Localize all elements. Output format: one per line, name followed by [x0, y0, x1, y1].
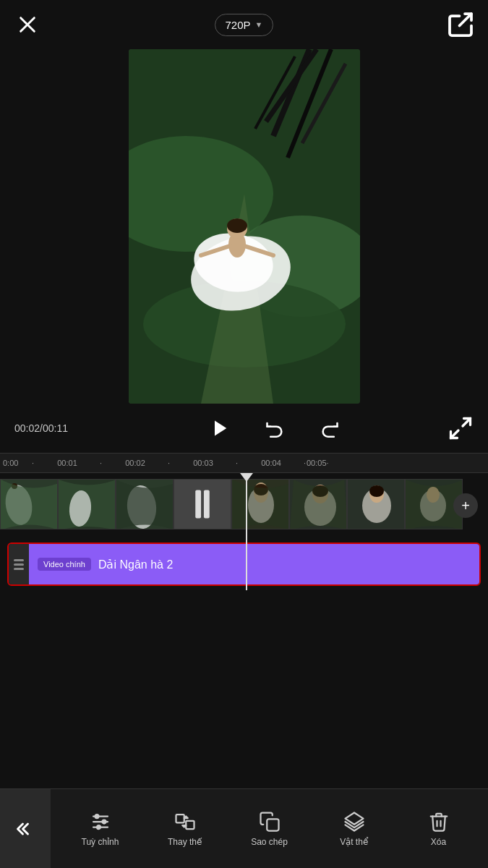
svg-point-52 [102, 820, 106, 823]
ruler-mark-5: 00:05 [307, 459, 327, 467]
ruler-mark-2: 00:02 [103, 459, 168, 467]
ruler-mark-3: 00:03 [171, 459, 236, 467]
clip-tag: Video chính [38, 558, 91, 571]
playhead-line [246, 473, 247, 538]
replace-icon [174, 811, 196, 833]
total-time: 00:11 [43, 422, 68, 434]
clip-title: Dải Ngân hà 2 [98, 558, 173, 571]
svg-rect-32 [204, 490, 210, 519]
ruler-mark-0: 0:00 [3, 459, 32, 467]
timeline-ruler: 0:00 · 00:01 · 00:02 · 00:03 · 00:04 · 0… [0, 453, 488, 473]
toolbar-back-button[interactable] [0, 789, 51, 868]
redo-button[interactable] [315, 414, 344, 443]
svg-point-44 [369, 485, 384, 497]
svg-marker-19 [215, 421, 226, 436]
thay-the-label: Thay thế [168, 837, 202, 847]
resolution-arrow-icon: ▼ [255, 20, 263, 29]
playback-controls: 00:02/00:11 [0, 404, 488, 453]
ruler-mark-1: 00:01 [35, 459, 100, 467]
svg-line-2 [460, 14, 472, 26]
handle-bar-2 [14, 563, 24, 566]
fullscreen-button[interactable] [448, 415, 474, 441]
sliders-icon [90, 811, 111, 833]
video-strip[interactable]: + [0, 473, 488, 538]
toolbar-item-sao-chep[interactable]: Sao chép [248, 811, 291, 847]
svg-point-53 [97, 825, 100, 829]
svg-rect-30 [174, 480, 231, 529]
clip-playhead [246, 538, 247, 590]
tuy-chinh-label: Tuỳ chỉnh [82, 837, 119, 847]
toolbar-item-vat-the[interactable]: Vật thể [333, 811, 376, 847]
copy-icon [259, 811, 281, 833]
thumbnail-6 [289, 479, 347, 529]
export-button[interactable] [448, 12, 474, 38]
ruler-dot-6: · [327, 459, 330, 467]
play-button[interactable] [205, 414, 234, 443]
thumbnail-4 [174, 479, 231, 529]
video-preview [129, 49, 360, 404]
thumbnail-7 [347, 479, 405, 529]
svg-rect-54 [176, 814, 184, 822]
undo-button[interactable] [260, 414, 289, 443]
ruler-labels: 0:00 · 00:01 · 00:02 · 00:03 · 00:04 · 0… [0, 459, 488, 467]
svg-rect-55 [186, 820, 194, 828]
bottom-toolbar: Tuỳ chỉnh Thay thế Sao chép [0, 788, 488, 868]
close-button[interactable] [14, 12, 40, 38]
resolution-label: 720P [226, 19, 251, 31]
empty-space [0, 590, 488, 677]
playhead-arrow [240, 473, 253, 482]
vat-the-label: Vật thể [340, 837, 368, 847]
toolbar-item-xoa[interactable]: Xóa [417, 811, 461, 847]
svg-rect-31 [195, 490, 201, 519]
svg-point-16 [227, 218, 247, 233]
video-thumbnails [0, 479, 488, 529]
toolbar-item-tuy-chinh[interactable]: Tuỳ chỉnh [79, 811, 122, 847]
add-clip-button[interactable]: + [453, 493, 478, 518]
clip-handle-left[interactable] [9, 544, 29, 584]
svg-rect-56 [267, 819, 278, 830]
preview-frame [129, 49, 360, 404]
sao-chep-label: Sao chép [251, 837, 288, 847]
clip-body[interactable]: Video chính Dải Ngân hà 2 [29, 544, 479, 584]
clip-track[interactable]: Video chính Dải Ngân hà 2 [0, 538, 488, 590]
thumbnail-1 [0, 479, 58, 529]
top-bar: 720P ▼ [0, 0, 488, 49]
ruler-mark-4: 00:04 [239, 459, 304, 467]
thumbnail-3 [116, 479, 174, 529]
handle-bar-3 [14, 568, 24, 570]
thumbnail-2 [58, 479, 116, 529]
time-display: 00:02/00:11 [14, 422, 101, 434]
clip-handle-bars [14, 559, 24, 570]
svg-point-51 [95, 814, 98, 818]
toolbar-items: Tuỳ chỉnh Thay thế Sao chép [51, 811, 488, 847]
trash-icon [428, 811, 450, 833]
thumbnail-5 [231, 479, 289, 529]
clip-row[interactable]: Video chính Dải Ngân hà 2 [7, 542, 481, 586]
layers-icon [343, 811, 365, 833]
current-time: 00:02 [14, 422, 40, 434]
toolbar-item-thay-the[interactable]: Thay thế [163, 811, 207, 847]
playback-buttons [101, 414, 448, 443]
handle-bar-1 [14, 559, 24, 561]
resolution-selector[interactable]: 720P ▼ [215, 14, 274, 36]
xoa-label: Xóa [431, 837, 446, 847]
